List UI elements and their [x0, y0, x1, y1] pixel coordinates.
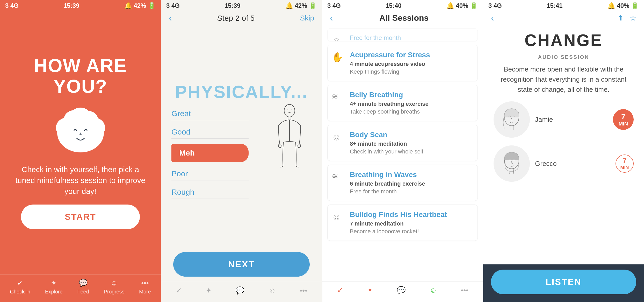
- nav-feed-2[interactable]: 💬: [235, 286, 244, 295]
- screen-all-sessions: 3 4G 15:40 🔔 40% 🔋 ‹ All Sessions ☺ Free…: [322, 0, 483, 302]
- nav-label-checkin: Check-in: [10, 289, 30, 295]
- option-meh[interactable]: Meh: [171, 144, 249, 162]
- instructor-jamie: Jamie 7 MIN: [494, 101, 634, 138]
- nav-label-feed: Feed: [77, 289, 89, 295]
- screen-change: 3 4G 15:41 🔔 40% 🔋 ‹ ⬆ ☆ CHANGE AUDIO SE…: [483, 0, 644, 302]
- session-name-acupressure: Acupressure for Stress: [350, 51, 430, 59]
- grecco-time-badge: 7 MIN: [616, 154, 634, 173]
- session-tagline-acupressure: Keep things flowing: [350, 68, 430, 75]
- bodyscan-icon: ☺: [332, 132, 345, 143]
- nav-checkin-3[interactable]: ✓: [337, 286, 343, 295]
- option-rough[interactable]: Rough: [171, 186, 249, 199]
- nav-progress-2[interactable]: ☺: [269, 286, 276, 295]
- nav-label-progress: Progress: [104, 289, 124, 295]
- jamie-avatar: [494, 101, 530, 138]
- screen4-content: CHANGE AUDIO SESSION Become more open an…: [483, 28, 644, 264]
- nav-checkin-1[interactable]: ✓ Check-in: [10, 279, 30, 295]
- session-tagline-belly: Take deep soothing breaths: [350, 108, 429, 115]
- option-great[interactable]: Great: [171, 107, 249, 120]
- svg-point-7: [284, 104, 295, 117]
- nav-checkin-2[interactable]: ✓: [176, 286, 182, 295]
- time-1: 15:39: [63, 2, 79, 9]
- sessions-list: ☺ Free for the month ✋ Acupressure for S…: [322, 28, 483, 281]
- nav-progress-1[interactable]: ☺ Progress: [104, 279, 124, 295]
- nav-label-explore: Explore: [45, 289, 63, 295]
- screen3-header: ‹ All Sessions: [322, 10, 483, 28]
- session-duration-belly: 4+ minute breathing exercise: [350, 101, 429, 107]
- share-icon[interactable]: ⬆: [618, 14, 624, 22]
- bookmark-icon[interactable]: ☆: [630, 14, 636, 22]
- session-item-bulldog[interactable]: ☺ Bulldog Finds His Heartbeat 7 minute m…: [327, 205, 478, 241]
- svg-line-22: [510, 169, 510, 174]
- listen-container: LISTEN: [483, 264, 644, 302]
- battery-4: 🔔 40% 🔋: [607, 2, 639, 9]
- more-icon-3: •••: [461, 286, 468, 294]
- carrier-3: 3 4G: [327, 2, 341, 9]
- all-sessions-title: All Sessions: [333, 13, 475, 23]
- jamie-time-badge: 7 MIN: [613, 109, 634, 130]
- start-button[interactable]: START: [21, 205, 140, 229]
- session-name-waves: Breathing in Waves: [350, 171, 425, 179]
- session-item-partial[interactable]: ☺ Free for the month: [327, 28, 478, 41]
- bottom-nav-3: ✓ ✦ 💬 ☺ •••: [322, 281, 483, 302]
- status-bar-2: 3 4G 15:39 🔔 42% 🔋: [161, 0, 322, 10]
- battery-1: 🔔 42% 🔋: [124, 2, 156, 9]
- back-button-4[interactable]: ‹: [491, 13, 494, 23]
- time-4: 15:41: [547, 2, 562, 9]
- bottom-nav-2: ✓ ✦ 💬 ☺ •••: [161, 282, 322, 302]
- carrier-1: 3 4G: [5, 2, 19, 9]
- session-tagline-waves: Free for the month: [350, 188, 425, 195]
- headline-1: HOW ARE YOU?: [10, 55, 150, 96]
- carrier-2: 3 4G: [166, 2, 180, 9]
- grecco-name: Grecco: [535, 160, 557, 168]
- nav-more-3[interactable]: •••: [461, 286, 468, 294]
- change-title: CHANGE: [525, 31, 603, 50]
- nav-explore-2[interactable]: ✦: [206, 286, 212, 295]
- screen2-header: ‹ Step 2 of 5 Skip: [161, 10, 322, 28]
- session-item-waves[interactable]: ≋ Breathing in Waves 6 minute breathing …: [327, 165, 478, 201]
- session-name-bodyscan: Body Scan: [350, 131, 423, 139]
- nav-label-more: More: [139, 289, 151, 295]
- session-item-bodyscan[interactable]: ☺ Body Scan 8+ minute meditation Check i…: [327, 125, 478, 161]
- nav-feed-1[interactable]: 💬 Feed: [77, 279, 89, 295]
- progress-icon: ☺: [110, 279, 118, 287]
- session-duration-bodyscan: 8+ minute meditation: [350, 141, 423, 147]
- listen-button[interactable]: LISTEN: [491, 270, 636, 294]
- change-description: Become more open and flexible with the r…: [494, 64, 634, 95]
- nav-feed-3[interactable]: 💬: [397, 286, 406, 294]
- next-button[interactable]: NEXT: [173, 252, 310, 277]
- explore-icon: ✦: [51, 279, 57, 287]
- feed-icon-3: 💬: [397, 286, 406, 294]
- back-button-2[interactable]: ‹: [169, 13, 172, 23]
- session-item-acupressure[interactable]: ✋ Acupressure for Stress 4 minute acupre…: [327, 45, 478, 81]
- nav-more-2[interactable]: •••: [300, 286, 307, 295]
- step-label: Step 2 of 5: [217, 14, 255, 23]
- status-bar-1: 3 4G 15:39 🔔 42% 🔋: [0, 0, 161, 10]
- mood-options: Great Good Meh Poor Rough: [171, 107, 249, 199]
- time-2: 15:39: [225, 2, 240, 9]
- session-tagline-bodyscan: Check in with your whole self: [350, 148, 423, 155]
- session-tagline-bulldog: Become a looooove rocket!: [350, 228, 447, 235]
- nav-explore-1[interactable]: ✦ Explore: [45, 279, 63, 295]
- nav-more-1[interactable]: ••• More: [139, 279, 151, 295]
- physically-heading: PHYSICALLY...: [175, 82, 308, 102]
- session-duration-acupressure: 4 minute acupressure video: [350, 61, 430, 67]
- battery-2: 🔔 42% 🔋: [285, 2, 317, 9]
- body-figure: [273, 103, 306, 177]
- screen4-header: ‹ ⬆ ☆: [483, 10, 644, 28]
- session-type-label: AUDIO SESSION: [538, 54, 589, 60]
- screen-checkin: 3 4G 15:39 🔔 42% 🔋 HOW ARE YOU?: [0, 0, 161, 302]
- nav-explore-3[interactable]: ✦: [367, 286, 373, 294]
- option-poor[interactable]: Poor: [171, 167, 249, 180]
- battery-3: 🔔 40% 🔋: [446, 2, 478, 9]
- session-icon-partial: ☺: [332, 35, 345, 41]
- more-icon: •••: [141, 279, 149, 287]
- status-bar-3: 3 4G 15:40 🔔 40% 🔋: [322, 0, 483, 10]
- back-button-3[interactable]: ‹: [330, 13, 333, 23]
- progress-icon-3: ☺: [430, 286, 437, 294]
- session-item-belly[interactable]: ≋ Belly Breathing 4+ minute breathing ex…: [327, 85, 478, 121]
- option-good[interactable]: Good: [171, 125, 249, 139]
- subtitle-1: Check in with yourself, then pick a tune…: [10, 164, 150, 197]
- skip-button[interactable]: Skip: [300, 14, 314, 22]
- nav-progress-3[interactable]: ☺: [430, 286, 437, 294]
